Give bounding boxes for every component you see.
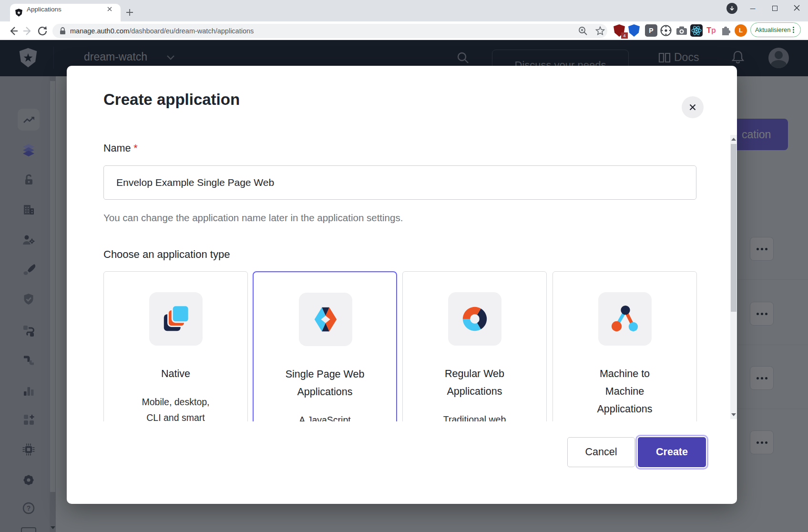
address-bar[interactable]: manage.auth0.com/dashboard/eu/dream-watc… — [52, 24, 607, 38]
tab-close-icon[interactable] — [106, 5, 113, 13]
zoom-page-icon[interactable] — [578, 26, 588, 36]
app-type-card-machine-to-machine[interactable]: Machine to Machine Applications — [552, 271, 697, 421]
card-title: Native — [104, 365, 247, 383]
browser-update-icon[interactable] — [726, 3, 737, 14]
machine-to-machine-icon — [610, 304, 640, 334]
name-helper-text: You can change the application name late… — [103, 212, 403, 224]
browser-tab-strip — [0, 0, 808, 21]
spa-icon-tile — [299, 293, 352, 346]
name-label: Name * — [103, 143, 138, 154]
create-application-modal: Create application Name * You can change… — [67, 66, 737, 504]
url-text: manage.auth0.com/dashboard/eu/dream-watc… — [70, 27, 254, 35]
native-icon — [161, 304, 191, 334]
scrollbar-down-arrow-icon[interactable] — [731, 413, 736, 416]
card-description: Mobile, desktop, CLI and smart — [104, 394, 247, 421]
update-browser-button[interactable]: Aktualisieren — [750, 22, 801, 37]
forward-button[interactable] — [22, 25, 34, 37]
new-tab-button[interactable] — [125, 8, 134, 17]
screen-capture-icon[interactable] — [660, 24, 672, 37]
modal-scrollbar-thumb[interactable] — [731, 144, 736, 312]
camera-icon[interactable] — [675, 24, 688, 37]
window-minimize-button[interactable]: ─ — [742, 4, 764, 12]
adblock-shield-icon[interactable]: 4 — [614, 24, 626, 37]
modal-scrollbar[interactable] — [730, 135, 737, 419]
tab-favicon-auth0-icon — [15, 9, 23, 17]
choose-type-label: Choose an application type — [103, 248, 230, 261]
card-description: Traditional web — [403, 412, 546, 421]
browser-profile-avatar[interactable]: L — [735, 24, 747, 37]
native-icon-tile — [149, 292, 203, 346]
window-close-button[interactable] — [786, 4, 808, 12]
card-description: A JavaScript — [254, 412, 396, 421]
card-title: Regular Web Applications — [403, 365, 546, 400]
modal-close-button[interactable] — [682, 96, 704, 118]
bookmark-star-icon[interactable] — [595, 26, 605, 36]
app-type-card-regular-web[interactable]: Regular Web Applications Traditional web — [402, 271, 547, 421]
cancel-button[interactable]: Cancel — [567, 437, 635, 467]
card-title: Machine to Machine Applications — [553, 365, 696, 418]
modal-body: Name * You can change the application na… — [67, 135, 730, 421]
tp-userscripts-icon[interactable]: Tp — [705, 24, 717, 37]
application-name-input[interactable] — [103, 165, 696, 200]
app-type-card-native[interactable]: Native Mobile, desktop, CLI and smart — [103, 271, 248, 421]
modal-title: Create application — [103, 91, 240, 109]
window-maximize-button[interactable] — [764, 4, 786, 12]
password-shield-icon[interactable] — [628, 24, 641, 37]
m2m-icon-tile — [598, 292, 652, 346]
tab-title: Applications — [27, 6, 61, 13]
app-type-card-spa[interactable]: Single Page Web Applications A JavaScrip… — [253, 271, 397, 421]
adblock-badge: 4 — [621, 32, 628, 39]
single-page-app-icon — [311, 305, 340, 334]
required-asterisk: * — [133, 143, 137, 154]
p-letter-extension-icon[interactable]: P — [645, 24, 657, 37]
create-button[interactable]: Create — [638, 437, 706, 467]
browser-menu-icon[interactable] — [793, 27, 794, 33]
regular-web-icon-tile — [448, 292, 501, 346]
card-title: Single Page Web Applications — [254, 366, 396, 401]
scrollbar-up-arrow-icon[interactable] — [731, 138, 736, 141]
lock-icon — [59, 27, 66, 35]
back-button[interactable] — [7, 25, 19, 37]
extensions-puzzle-icon[interactable] — [720, 24, 732, 37]
regular-web-app-icon — [460, 304, 490, 334]
close-x-icon — [687, 102, 698, 113]
react-devtools-icon[interactable] — [690, 24, 703, 37]
reload-button[interactable] — [36, 25, 49, 37]
